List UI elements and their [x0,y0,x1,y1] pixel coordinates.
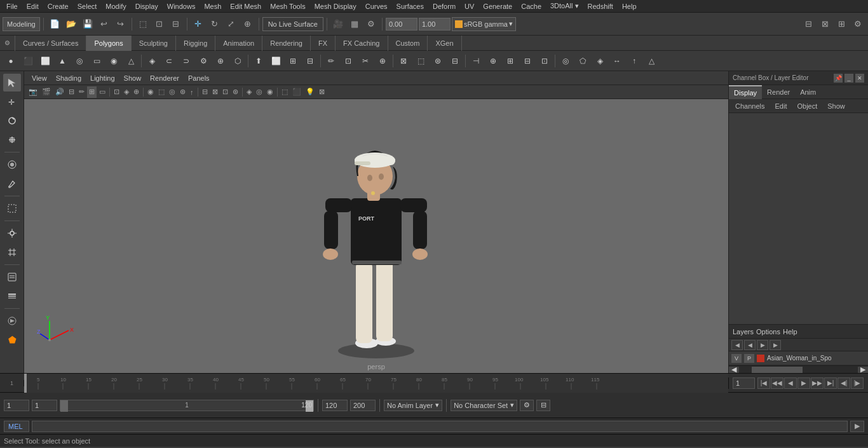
triangulate-icon[interactable]: △ [643,53,660,69]
loop-back-btn[interactable]: ◀| [837,377,850,389]
ch-tab-edit[interactable]: Edit [771,101,790,111]
layers-nav-left[interactable]: ◀ [731,340,743,350]
scale-tool-icon[interactable]: ⤢ [224,17,239,32]
cmd-lang-label[interactable]: MEL [4,421,29,432]
ch-tab-object[interactable]: Object [793,101,821,111]
extrude-icon[interactable]: ⬆ [250,53,267,69]
display-options-icon[interactable]: ⊟ [801,17,816,32]
vp-texture-btn[interactable]: ⬛ [290,86,303,98]
menu-curves[interactable]: Curves [362,1,391,11]
tab-animation[interactable]: Animation [215,36,262,51]
settings-icon[interactable]: ⚙ [850,17,865,32]
vp-shadow-btn[interactable]: ◈ [245,86,254,98]
vp-shading-icon[interactable]: ◉ [146,86,156,98]
subdiv-icon[interactable]: ◈ [144,53,160,69]
lattice-icon[interactable]: ⊠ [395,53,412,69]
sculpt-icon[interactable]: ⊡ [340,53,356,69]
menu-file[interactable]: File [3,1,22,11]
rotate-tool-btn[interactable] [3,112,21,130]
hypershade-btn[interactable]: ⬟ [3,331,21,349]
collapse-icon[interactable]: ◈ [592,53,608,69]
move-tool-icon[interactable]: ✛ [191,17,206,32]
tab-xgen[interactable]: XGen [428,36,461,51]
tab-rendering[interactable]: Rendering [262,36,311,51]
gear-shape-icon[interactable]: ⚙ [195,53,212,69]
plane-icon[interactable]: ▭ [88,53,105,69]
normals-icon[interactable]: ↑ [626,53,642,69]
menu-modify[interactable]: Modify [102,1,130,11]
platonic-icon[interactable]: ⬡ [229,53,246,69]
step-back-btn[interactable]: ◀◀ [771,377,783,389]
ch-tab-channels[interactable]: Channels [731,101,768,111]
vp-menu-lighting[interactable]: Lighting [86,73,119,83]
vp-menu-renderer[interactable]: Renderer [146,73,183,83]
scroll-left-btn[interactable]: ◀ [729,367,739,373]
step-fwd-btn[interactable]: ▶▶ [811,377,824,389]
vp-menu-panels[interactable]: Panels [184,73,214,83]
pen-icon[interactable]: ✏ [323,53,339,69]
menu-meshdisplay[interactable]: Mesh Display [311,1,360,11]
cmd-input[interactable] [32,421,848,432]
vp-normals-btn[interactable]: ↑ [188,86,196,98]
layers-nav-right2[interactable]: ▶ [770,340,781,350]
ch-tab-show[interactable]: Show [824,101,849,111]
disc-icon[interactable]: ◉ [105,53,122,69]
vp-resolution-btn[interactable]: ⊟ [200,86,210,98]
soccer-icon[interactable]: ⊕ [212,53,229,69]
vp-paint-btn[interactable]: ✏ [77,86,86,98]
wire-icon[interactable]: ⊟ [447,53,463,69]
goto-start-btn[interactable]: |◀ [757,377,770,389]
menu-create[interactable]: Create [44,1,72,11]
menu-redshift[interactable]: Redshift [584,1,617,11]
menu-select[interactable]: Select [74,1,101,11]
soft-select-btn[interactable] [3,156,21,173]
snap-grid-btn[interactable] [3,243,21,261]
vp-sound-icon[interactable]: 🔊 [53,86,66,98]
start-frame-field[interactable] [4,400,29,411]
helix-icon[interactable]: ⊃ [178,53,194,69]
value2-field[interactable] [419,18,451,31]
extract-icon[interactable]: ⊡ [536,53,553,69]
pipe-icon[interactable]: ⊂ [161,53,177,69]
tab-left-icon[interactable]: ⚙ [0,36,15,51]
value1-field[interactable] [386,18,417,31]
vp-menu-shading[interactable]: Shading [52,73,85,83]
bridge-icon[interactable]: ⬜ [268,53,284,69]
vp-menu-show[interactable]: Show [120,73,146,83]
cylinder-icon[interactable]: ⬜ [37,53,53,69]
range-left-handle[interactable] [60,400,68,412]
workspace-dropdown[interactable]: Modeling [3,17,40,31]
vp-bookmark-icon[interactable]: ⊟ [67,86,76,98]
options-label[interactable]: Options [756,328,780,336]
no-char-set-dropdown[interactable]: No Character Set ▾ [451,400,517,411]
paint-brush-btn[interactable] [3,175,21,193]
save-scene-icon[interactable]: 💾 [80,17,95,32]
render-icon[interactable]: ▦ [347,17,362,32]
camera-icon[interactable]: 🎥 [330,17,346,32]
boolean-icon[interactable]: ⊕ [485,53,501,69]
vp-ssao-btn[interactable]: ◎ [254,86,264,98]
current-frame-field[interactable] [733,377,755,389]
tab-rigging[interactable]: Rigging [176,36,215,51]
char-set-settings-btn[interactable]: ⚙ [520,400,534,411]
redo-icon[interactable]: ↪ [113,17,128,32]
vp-grid-btn[interactable]: ⊞ [87,86,97,98]
wrap-icon[interactable]: ⊛ [430,53,446,69]
open-scene-icon[interactable]: 📂 [64,17,79,32]
menu-uv[interactable]: UV [461,1,478,11]
vp-fog-btn[interactable]: ◉ [265,86,275,98]
layers-nav-right[interactable]: ▶ [757,340,768,350]
layer-visibility-btn[interactable]: V [731,354,742,363]
range-slider[interactable]: 1 120 [60,400,314,411]
rotate-tool-icon[interactable]: ↻ [207,17,222,32]
playback-start-field[interactable] [322,400,348,411]
tab-curves-surfaces[interactable]: Curves / Surfaces [15,36,86,51]
layer-color-swatch[interactable] [757,355,764,362]
vp-dof-btn[interactable]: ⊛ [231,86,240,98]
help-label[interactable]: Help [783,328,797,336]
tab-fx-caching[interactable]: FX Caching [336,36,388,51]
vp-film-icon[interactable]: 🎬 [40,86,53,98]
connect-icon[interactable]: ⊕ [374,53,391,69]
menu-cache[interactable]: Cache [517,1,545,11]
history-btn[interactable] [3,268,21,286]
